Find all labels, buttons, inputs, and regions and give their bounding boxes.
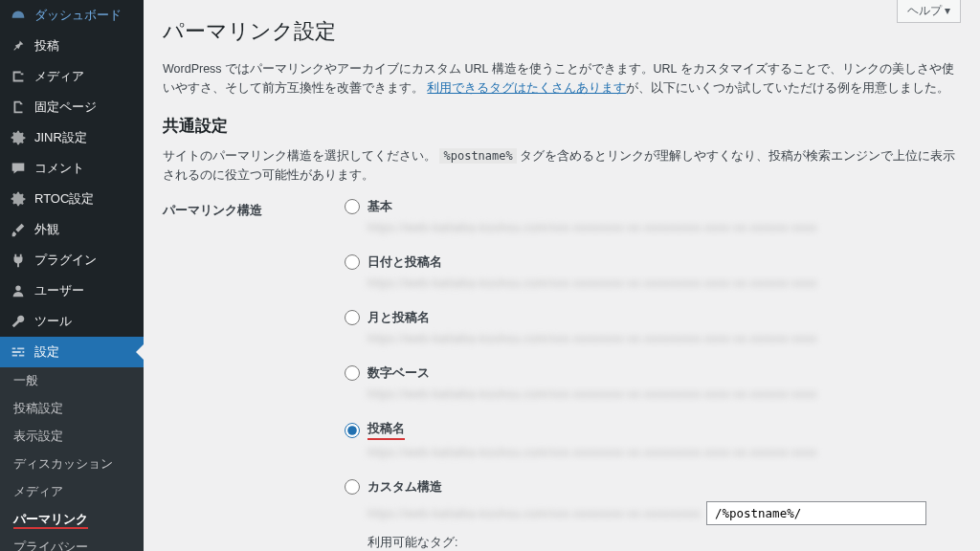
example-url-blurred: https://web-kaitaika-kouhou.com/xxx-xxxx… <box>368 507 701 520</box>
permalink-radio-1[interactable] <box>345 254 360 270</box>
sidebar-item-label: 設定 <box>34 343 59 361</box>
submenu-item-3[interactable]: ディスカッション <box>0 451 144 478</box>
permalink-radio-4[interactable] <box>345 423 360 438</box>
submenu-item-6[interactable]: プライバシー <box>0 534 144 551</box>
permalink-radio-label[interactable]: 投稿名 <box>368 420 405 440</box>
permalink-radio-label[interactable]: 基本 <box>368 198 392 215</box>
sidebar-item-10[interactable]: ツール <box>0 306 144 337</box>
submenu-item-4[interactable]: メディア <box>0 478 144 506</box>
sidebar-item-label: 固定ページ <box>34 99 97 116</box>
user-icon <box>10 282 27 299</box>
sidebar-item-label: 投稿 <box>34 37 59 55</box>
sidebar-item-label: ユーザー <box>34 282 84 299</box>
sidebar-item-7[interactable]: 外観 <box>0 214 144 245</box>
brush-icon <box>10 221 27 238</box>
page-title: パーマリンク設定 <box>163 17 961 46</box>
permalink-option-5: カスタム構造https://web-kaitaika-kouhou.com/xx… <box>345 478 961 551</box>
permalink-radio-label[interactable]: 月と投稿名 <box>368 309 430 326</box>
sidebar-item-9[interactable]: ユーザー <box>0 276 144 306</box>
postname-code: %postname% <box>439 148 516 164</box>
submenu-item-2[interactable]: 表示設定 <box>0 423 144 451</box>
sidebar-item-0[interactable]: ダッシュボード <box>0 0 144 31</box>
page-description-1: WordPress ではパーマリンクやアーカイブにカスタム URL 構造を使うこ… <box>163 59 961 98</box>
submenu-item-5[interactable]: パーマリンク <box>0 506 144 534</box>
example-url-blurred: https://web-kaitaika-kouhou.com/xxx-xxxx… <box>368 221 961 234</box>
permalink-option-0: 基本https://web-kaitaika-kouhou.com/xxx-xx… <box>345 198 961 234</box>
custom-structure-input[interactable] <box>706 501 926 525</box>
sidebar-item-8[interactable]: プラグイン <box>0 245 144 276</box>
sidebar-item-label: メディア <box>34 68 84 85</box>
media-icon <box>10 68 27 85</box>
sidebar-item-label: コメント <box>34 160 84 177</box>
permalink-option-2: 月と投稿名https://web-kaitaika-kouhou.com/xxx… <box>345 309 961 345</box>
available-tags-label: 利用可能なタグ: <box>368 535 961 551</box>
gear-icon <box>10 129 27 146</box>
sidebar-item-1[interactable]: 投稿 <box>0 31 144 61</box>
sidebar-item-5[interactable]: コメント <box>0 153 144 184</box>
sidebar-item-label: RTOC設定 <box>34 190 94 208</box>
main-content: ヘルプ ▾ パーマリンク設定 WordPress ではパーマリンクやアーカイブに… <box>144 0 980 551</box>
sliders-icon <box>10 343 27 361</box>
tags-help-link[interactable]: 利用できるタグはたくさんあります <box>427 81 626 95</box>
dashboard-icon <box>10 7 27 24</box>
submenu-item-0[interactable]: 一般 <box>0 367 144 395</box>
example-url-blurred: https://web-kaitaika-kouhou.com/xxx-xxxx… <box>368 332 961 345</box>
plug-icon <box>10 252 27 269</box>
sidebar-item-label: ダッシュボード <box>34 7 122 24</box>
sidebar-item-6[interactable]: RTOC設定 <box>0 184 144 214</box>
example-url-blurred: https://web-kaitaika-kouhou.com/xxx-xxxx… <box>368 276 961 290</box>
tool-icon <box>10 313 27 330</box>
permalink-option-3: 数字ベースhttps://web-kaitaika-kouhou.com/xxx… <box>345 364 961 401</box>
help-button[interactable]: ヘルプ ▾ <box>897 0 961 23</box>
permalink-radio-3[interactable] <box>345 365 360 381</box>
permalink-option-1: 日付と投稿名https://web-kaitaika-kouhou.com/xx… <box>345 253 961 290</box>
permalink-radio-0[interactable] <box>345 199 360 214</box>
permalink-radio-5[interactable] <box>345 479 360 495</box>
sidebar-item-11[interactable]: 設定 <box>0 337 144 367</box>
comment-icon <box>10 160 27 177</box>
sidebar-item-4[interactable]: JINR設定 <box>0 122 144 153</box>
permalink-radio-label[interactable]: カスタム構造 <box>368 478 442 496</box>
admin-sidebar: ダッシュボード投稿メディア固定ページJINR設定コメントRTOC設定外観プラグイ… <box>0 0 144 551</box>
pin-icon <box>10 37 27 55</box>
sidebar-item-label: プラグイン <box>34 252 97 269</box>
sidebar-item-label: 外観 <box>34 221 59 238</box>
sidebar-item-3[interactable]: 固定ページ <box>0 92 144 122</box>
common-settings-heading: 共通設定 <box>163 115 961 137</box>
sidebar-item-label: JINR設定 <box>34 129 87 146</box>
common-settings-desc: サイトのパーマリンク構造を選択してください。 %postname% タグを含める… <box>163 146 961 185</box>
page-icon <box>10 99 27 116</box>
example-url-blurred: https://web-kaitaika-kouhou.com/xxx-xxxx… <box>368 387 961 401</box>
permalink-option-4: 投稿名https://web-kaitaika-kouhou.com/xxx-x… <box>345 420 961 459</box>
example-url-blurred: https://web-kaitaika-kouhou.com/xxx-xxxx… <box>368 446 961 459</box>
permalink-structure-label: パーマリンク構造 <box>163 198 325 219</box>
gear-icon <box>10 190 27 208</box>
permalink-radio-2[interactable] <box>345 310 360 325</box>
sidebar-item-2[interactable]: メディア <box>0 61 144 92</box>
submenu-item-1[interactable]: 投稿設定 <box>0 395 144 423</box>
permalink-radio-label[interactable]: 日付と投稿名 <box>368 253 442 271</box>
permalink-radio-label[interactable]: 数字ベース <box>368 364 430 382</box>
sidebar-item-label: ツール <box>34 313 72 330</box>
